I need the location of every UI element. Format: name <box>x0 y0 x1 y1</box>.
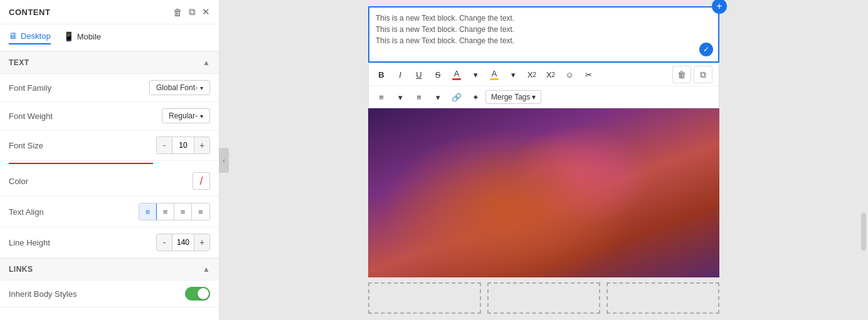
line-height-input[interactable] <box>172 234 194 250</box>
align-right-btn[interactable]: ≡ <box>174 204 192 220</box>
text-line-3: This is a new Text block. Change the tex… <box>376 36 712 45</box>
confirm-icon[interactable]: ✓ <box>699 43 713 56</box>
photo-background <box>368 108 719 277</box>
italic-btn[interactable]: I <box>391 66 409 83</box>
text-line-2: This is a new Text block. Change the tex… <box>376 25 712 34</box>
links-section-toggle[interactable]: ▲ <box>203 265 210 274</box>
inherit-body-control <box>185 287 210 301</box>
text-section-title: TEXT <box>9 58 29 67</box>
font-color-btn[interactable]: A <box>448 66 465 83</box>
font-color-icon: A <box>452 69 461 80</box>
panel-title: CONTENT <box>9 8 50 17</box>
font-size-decrease[interactable]: - <box>157 137 172 153</box>
align-left-btn[interactable]: ≡ <box>139 204 157 220</box>
font-weight-label: Font Weight <box>9 111 53 121</box>
font-weight-row: Font Weight Regular- <box>0 102 219 130</box>
font-weight-control: Regular- <box>162 108 210 123</box>
merge-tags-label: Merge Tags <box>491 93 530 101</box>
font-size-input[interactable] <box>172 137 194 153</box>
font-family-label: Font Family <box>9 83 51 93</box>
text-section-toggle[interactable]: ▲ <box>203 58 210 67</box>
color-control: / <box>193 172 210 190</box>
panel-header: CONTENT 🗑 ⧉ ✕ <box>0 0 219 24</box>
add-block-icon[interactable]: + <box>712 0 727 14</box>
inherit-body-toggle[interactable] <box>185 287 210 301</box>
link-btn[interactable]: 🔗 <box>448 89 465 105</box>
line-height-row: Line Height - + <box>0 227 219 258</box>
tab-desktop[interactable]: 🖥 Desktop <box>9 31 51 44</box>
placeholder-row <box>368 282 719 314</box>
inherit-body-label: Inherit Body Styles <box>9 289 77 299</box>
desktop-icon: 🖥 <box>9 31 18 41</box>
text-section-header: TEXT ▲ <box>0 51 219 74</box>
toolbar-delete-btn[interactable]: 🗑 <box>672 66 691 83</box>
text-line-1: This is a new Text block. Change the tex… <box>376 14 712 23</box>
color-label: Color <box>9 177 28 186</box>
highlight-icon: A <box>490 69 499 80</box>
toolbar-duplicate-btn[interactable]: ⧉ <box>694 66 712 83</box>
text-align-group: ≡ ≡ ≡ ≡ <box>139 203 210 220</box>
image-block <box>368 108 719 277</box>
red-arrow-indicator <box>9 163 153 164</box>
font-size-label: Font Size <box>9 141 43 150</box>
panel-collapse-handle[interactable]: ‹ <box>219 148 229 173</box>
text-align-row: Text Align ≡ ≡ ≡ ≡ <box>0 197 219 227</box>
placeholder-cell-2[interactable] <box>487 282 600 314</box>
text-editor-block[interactable]: This is a new Text block. Change the tex… <box>368 6 719 63</box>
line-height-increase[interactable]: + <box>194 234 209 250</box>
placeholder-cell-1[interactable] <box>368 282 481 314</box>
line-height-control: - + <box>156 234 210 251</box>
main-canvas: This is a new Text block. Change the tex… <box>220 0 868 320</box>
line-height-stepper: - + <box>156 234 210 251</box>
ordered-list-dropdown[interactable]: ▾ <box>391 89 409 105</box>
font-size-increase[interactable]: + <box>194 137 209 153</box>
font-family-dropdown[interactable]: Global Font- <box>149 80 210 95</box>
links-section-title: LINKS <box>9 265 33 274</box>
mobile-icon: 📱 <box>63 31 74 41</box>
font-size-control: - + <box>156 137 210 154</box>
highlight-dropdown-btn[interactable]: ▾ <box>504 66 522 83</box>
tab-mobile-label: Mobile <box>77 32 101 41</box>
line-height-decrease[interactable]: - <box>157 234 172 250</box>
merge-tags-dropdown[interactable]: Merge Tags ▾ <box>485 90 541 104</box>
no-color-icon: / <box>199 175 203 187</box>
close-icon[interactable]: ✕ <box>202 6 210 18</box>
toggle-knob <box>198 288 209 299</box>
clear-format-btn[interactable]: ✂ <box>580 66 597 83</box>
scrollbar[interactable] <box>861 213 866 250</box>
text-align-label: Text Align <box>9 207 44 217</box>
toolbar-right-actions: 🗑 ⧉ <box>672 66 715 83</box>
color-swatch[interactable]: / <box>193 172 210 190</box>
font-family-control: Global Font- <box>149 80 210 95</box>
links-section-header: LINKS ▲ <box>0 258 219 281</box>
unordered-list-btn[interactable]: ≡ <box>410 89 428 105</box>
color-row: Color / <box>0 166 219 197</box>
font-color-dropdown-btn[interactable]: ▾ <box>467 66 484 83</box>
ordered-list-btn[interactable]: ≡ <box>373 89 390 105</box>
left-panel: CONTENT 🗑 ⧉ ✕ 🖥 Desktop 📱 Mobile TEXT ▲ … <box>0 0 220 320</box>
font-weight-dropdown[interactable]: Regular- <box>162 108 210 123</box>
subscript-btn[interactable]: X2 <box>542 66 559 83</box>
toolbar-row-2: ≡ ▾ ≡ ▾ 🔗 ✦ Merge Tags ▾ <box>369 86 719 108</box>
align-center-btn[interactable]: ≡ <box>157 204 174 220</box>
line-height-label: Line Height <box>9 238 50 247</box>
strikethrough-btn[interactable]: S <box>429 66 447 83</box>
superscript-btn[interactable]: X2 <box>523 66 541 83</box>
underline-btn[interactable]: U <box>410 66 428 83</box>
device-tabs: 🖥 Desktop 📱 Mobile <box>0 24 219 51</box>
unordered-list-dropdown[interactable]: ▾ <box>429 89 447 105</box>
tab-mobile[interactable]: 📱 Mobile <box>63 31 101 44</box>
inherit-body-row: Inherit Body Styles <box>0 281 219 307</box>
font-size-row: Font Size - + <box>0 130 219 161</box>
magic-btn[interactable]: ✦ <box>467 89 484 105</box>
align-justify-btn[interactable]: ≡ <box>192 204 209 220</box>
editor-toolbar: B I U S A ▾ A ▾ X2 X2 ☺ ✂ <box>368 63 719 108</box>
highlight-btn[interactable]: A <box>485 66 503 83</box>
font-family-row: Font Family Global Font- <box>0 74 219 102</box>
bold-btn[interactable]: B <box>373 66 390 83</box>
copy-icon[interactable]: ⧉ <box>189 6 196 18</box>
placeholder-cell-3[interactable] <box>606 282 719 314</box>
trash-icon[interactable]: 🗑 <box>173 7 183 18</box>
emoji-btn[interactable]: ☺ <box>561 66 578 83</box>
font-size-stepper: - + <box>156 137 210 154</box>
